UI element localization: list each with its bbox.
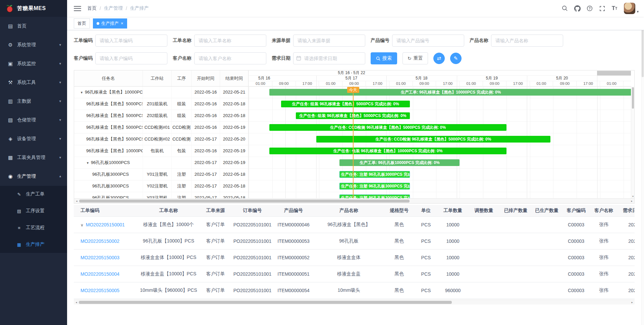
sidebar-subitem-label: 工艺流程 [26, 225, 67, 231]
expand-triangle-icon[interactable]: ▼ [86, 157, 89, 168]
order-code-link[interactable]: MO202205150002 [80, 238, 119, 244]
order-cell-demand_date: 202 [617, 266, 635, 282]
order-row[interactable]: MO202205150003移液盒盒体【10000】PCS客户订单PO20220… [74, 249, 635, 266]
order-row[interactable]: ∨MO202205150001移液盒【黑色】10000个客户订单PO202205… [74, 216, 635, 233]
order-row[interactable]: MO202205150004移液盒盒盖【10000】PCS客户订单PO20220… [74, 266, 635, 282]
gantt-task-row[interactable]: 96孔移液盒【黑色】5000PCSZ01组装机组装2022-05-162022-… [74, 98, 248, 110]
expand-triangle-icon[interactable]: ▼ [80, 87, 83, 98]
filter-input[interactable] [194, 35, 266, 47]
github-icon[interactable] [572, 3, 582, 14]
orders-hscroll-thumb[interactable] [79, 301, 452, 304]
tab-0[interactable]: 首页 [74, 18, 90, 29]
filter-input[interactable] [293, 35, 365, 47]
filter-input[interactable] [392, 35, 464, 47]
fullscreen-icon[interactable] [597, 3, 607, 14]
font-size-icon[interactable]: TT [609, 3, 620, 14]
gantt-cell-name: 96孔移液盒【黑色】5000PCS [74, 122, 143, 133]
sync-button[interactable]: ⇄ [433, 53, 445, 64]
gantt-cell-end: 2022-05-18 [220, 110, 248, 121]
filter-input[interactable] [194, 52, 266, 64]
order-cell-adjust_qty [468, 282, 500, 299]
gantt-vscroll-thumb[interactable] [632, 87, 634, 109]
gantt-cell-end: 2022-05-21 [220, 87, 248, 98]
task-name-label: 96孔移液盒【黑色】5000PCS [86, 137, 143, 142]
order-cell-code: MO202205150003 [74, 249, 138, 266]
sidebar-subitem-0[interactable]: ✎生产工单 [0, 186, 67, 203]
sidebar-item-4[interactable]: ▥主数据▼ [0, 92, 67, 111]
chevron-down-icon: ▼ [59, 156, 62, 159]
tab-close-icon[interactable]: × [121, 21, 123, 25]
gantt-bar[interactable]: 生产任务: 注塑 96孔孔板3000PCS 完成比例: 0% [339, 195, 410, 198]
gantt-bar[interactable]: 生产任务: 注塑 96孔孔板3000PCS 完成比例: 0% [339, 183, 410, 189]
sidebar-item-label: 设备管理 [17, 136, 59, 142]
sidebar-item-3[interactable]: ⚒系统工具▼ [0, 73, 67, 92]
sidebar-subitem-2[interactable]: ≡工艺流程 [0, 219, 67, 236]
search-button[interactable]: 搜索 [371, 52, 397, 64]
gantt-cell-end: 2022-05-19 [220, 145, 248, 157]
reset-button[interactable]: ↻重置 [402, 52, 428, 64]
gantt-task-row[interactable]: 96孔移液盒【黑色】5000PCSZ02组装机组装2022-05-162022-… [74, 110, 248, 122]
tab-1[interactable]: 生产排产× [93, 18, 127, 29]
gantt-bar[interactable]: 生产工单: 96孔移液盒【黑色】10000PCS 完成比例: 0% [269, 89, 631, 96]
navbar-actions: ? TT ▼ [560, 3, 639, 14]
breadcrumb-item-0[interactable]: 首页 [87, 5, 97, 11]
search-icon[interactable] [560, 3, 570, 14]
gantt-bar[interactable]: 生产任务: 包装 96孔移液盒【黑色】10000PCS 完成比例: 0% [269, 148, 506, 154]
order-code-link[interactable]: MO202205150004 [80, 271, 119, 277]
chevron-down-icon: ▼ [59, 62, 62, 65]
filter-input[interactable] [293, 52, 365, 64]
gantt-task-row[interactable]: ▼96孔移液盒【黑色】10000PCS2022-05-162022-05-21 [74, 87, 248, 98]
filter-input[interactable] [95, 35, 167, 47]
order-code-link[interactable]: MO202205150003 [80, 255, 119, 260]
gantt-hscroll-left-arrow[interactable]: ◂ [74, 199, 79, 204]
gantt-bar[interactable]: 生产任务: CCD检测 96孔移液盒【黑色】5000PCS 完成比例: 0% [316, 136, 550, 143]
filter-input[interactable] [491, 35, 563, 47]
gantt-task-row[interactable]: 96孔孔板3000PCSY01注塑机注塑2022-05-172022-05-18 [74, 169, 248, 180]
orders-hscroll-right-arrow[interactable]: ▸ [630, 300, 635, 305]
gantt-hscroll-right-arrow[interactable]: ▸ [629, 199, 634, 204]
expand-chevron-icon[interactable]: ∨ [80, 223, 84, 227]
help-icon[interactable]: ? [585, 3, 595, 14]
gantt-task-row[interactable]: 96孔移液盒【黑色】5000PCSCCD检测#01CCD检测2022-05-16… [74, 122, 248, 133]
sidebar-item-8[interactable]: ◉生产管理▼ [0, 167, 67, 186]
gantt-bar[interactable]: 生产任务: 组装 96孔移液盒【黑色】5000PCS 完成比例: 0% [281, 101, 410, 107]
gantt-task-row[interactable]: 96孔孔板3000PCSY03注塑机注塑2022-05-172022-05-18 [74, 192, 248, 198]
orders-hscroll-left-arrow[interactable]: ◂ [74, 300, 79, 305]
sidebar-item-1[interactable]: ⚙系统管理▼ [0, 36, 67, 54]
gantt-vertical-scrollbar[interactable]: ▾ [631, 87, 634, 198]
sidebar-item-2[interactable]: ▣系统监控▼ [0, 54, 67, 73]
order-cell-cust_code: C00003 [562, 233, 590, 249]
order-cell-cust_code: C00003 [562, 282, 590, 299]
gantt-task-row[interactable]: 96孔孔板3000PCSY02注塑机注塑2022-05-172022-05-18 [74, 180, 248, 192]
edit-button[interactable]: ✎ [450, 53, 462, 64]
order-code-link[interactable]: MO202205150005 [80, 288, 119, 293]
sidebar-item-0[interactable]: ▤首页 [0, 17, 67, 36]
page-scrollbar[interactable] [641, 0, 644, 325]
gantt-hscroll-thumb[interactable] [79, 200, 410, 203]
avatar[interactable] [624, 3, 635, 14]
user-menu[interactable]: ▼ [624, 3, 639, 14]
gantt-cell-name: 96孔孔板3000PCS [74, 192, 143, 198]
task-name-label: 96孔孔板3000PCS [92, 195, 129, 198]
sidebar-item-5[interactable]: ▧仓储管理▼ [0, 111, 67, 129]
order-row[interactable]: MO20220515000510mm吸头【960000】PCS客户订单PO202… [74, 282, 635, 299]
sidebar-item-7[interactable]: ▩工装夹具管理▼ [0, 148, 67, 167]
sidebar-subitem-1[interactable]: ▤工序设置 [0, 203, 67, 219]
order-cell-adjust_qty [468, 249, 500, 266]
gantt-bar[interactable]: 生产工单: 96孔孔板10000PCS 完成比例: 0% [339, 159, 460, 166]
filter-input[interactable] [95, 52, 167, 64]
gantt-horizontal-scrollbar[interactable]: ◂ ▸ [74, 198, 634, 203]
gantt-task-row[interactable]: 96孔移液盒【黑色】5000PCSCCD检测#02CCD检测2022-05-17… [74, 133, 248, 145]
sidebar-item-6[interactable]: ◈设备管理▼ [0, 129, 67, 148]
gantt-task-row[interactable]: 96孔移液盒【黑色】10000PCS包装机包装2022-05-162022-05… [74, 145, 248, 157]
gantt-bar[interactable]: 生产任务: CCD检测 96孔移液盒【黑色】5000PCS 完成比例: 0% [269, 124, 506, 131]
order-row[interactable]: MO20220515000296孔孔板【10000】PCS客户订单PO20220… [74, 233, 635, 249]
sidebar-subitem-3[interactable]: ▦生产排产 [0, 236, 67, 253]
app-logo[interactable]: 苦糖果MES [0, 0, 67, 17]
gantt-vscroll-down-arrow[interactable]: ▾ [631, 195, 635, 198]
gantt-task-row[interactable]: ▼96孔孔板10000PCS2022-05-172022-05-19 [74, 157, 248, 169]
order-code-link[interactable]: MO202205150001 [86, 222, 125, 227]
gantt-bar[interactable]: 生产任务: 注塑 96孔孔板3000PCS 完成比例: 0% [339, 171, 410, 178]
sidebar-toggle-icon[interactable] [74, 6, 81, 11]
orders-horizontal-scrollbar[interactable]: ◂ ▸ [74, 300, 635, 305]
